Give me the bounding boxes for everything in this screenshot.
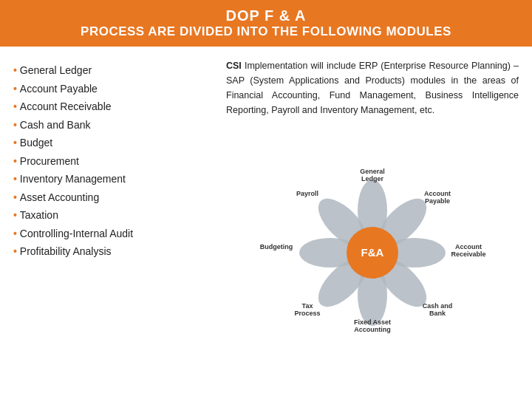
list-item: Controlling-Internal Audit [13, 225, 213, 243]
svg-text:F&A: F&A [361, 246, 384, 259]
svg-text:Payroll: Payroll [296, 190, 318, 197]
list-item: Cash and Bank [13, 116, 213, 134]
modules-list: General Ledger Account Payable Account R… [13, 58, 213, 264]
list-item: Taxation [13, 206, 213, 225]
csi-label: CSI [226, 61, 242, 71]
diagram: F&A General Ledger Account Payable Accou… [254, 160, 491, 345]
svg-text:Account: Account [455, 243, 482, 250]
svg-text:Process: Process [294, 310, 320, 317]
list-item: Account Receivable [13, 98, 213, 116]
list-item: Inventory Management [13, 170, 213, 188]
svg-text:Bank: Bank [429, 310, 446, 317]
svg-text:Accounting: Accounting [354, 326, 391, 333]
svg-text:Payable: Payable [425, 197, 450, 205]
left-panel: General Ledger Account Payable Account R… [13, 58, 213, 381]
diagram-svg: F&A General Ledger Account Payable Accou… [254, 160, 491, 345]
page-header: DOP F & A PROCESS ARE DIVIDED INTO THE F… [0, 0, 532, 47]
header-title-line2: PROCESS ARE DIVIDED INTO THE FOLLOWING M… [15, 24, 517, 39]
list-item: Profitability Analysis [13, 242, 213, 261]
svg-text:General: General [360, 168, 385, 175]
list-item: Budget [13, 134, 213, 152]
description-body: Implementation will include ERP (Enterpr… [226, 61, 519, 115]
header-title-line1: DOP F & A [15, 7, 517, 24]
svg-text:Fixed Asset: Fixed Asset [354, 318, 391, 326]
content-area: General Ledger Account Payable Account R… [0, 47, 532, 392]
svg-text:Ledger: Ledger [361, 175, 384, 183]
list-item: Asset Accounting [13, 188, 213, 207]
right-panel: CSI Implementation will include ERP (Ent… [226, 58, 519, 381]
svg-text:Budgeting: Budgeting [260, 243, 293, 250]
diagram-container: F&A General Ledger Account Payable Accou… [226, 125, 519, 381]
list-item: General Ledger [13, 61, 213, 80]
svg-text:Cash and: Cash and [423, 302, 453, 310]
list-item: Account Payable [13, 80, 213, 98]
svg-text:Tax: Tax [302, 302, 313, 310]
list-item: Procurement [13, 152, 213, 171]
svg-text:Receivable: Receivable [451, 250, 485, 258]
svg-text:Account: Account [424, 190, 451, 197]
description-text: CSI Implementation will include ERP (Ent… [226, 58, 519, 117]
